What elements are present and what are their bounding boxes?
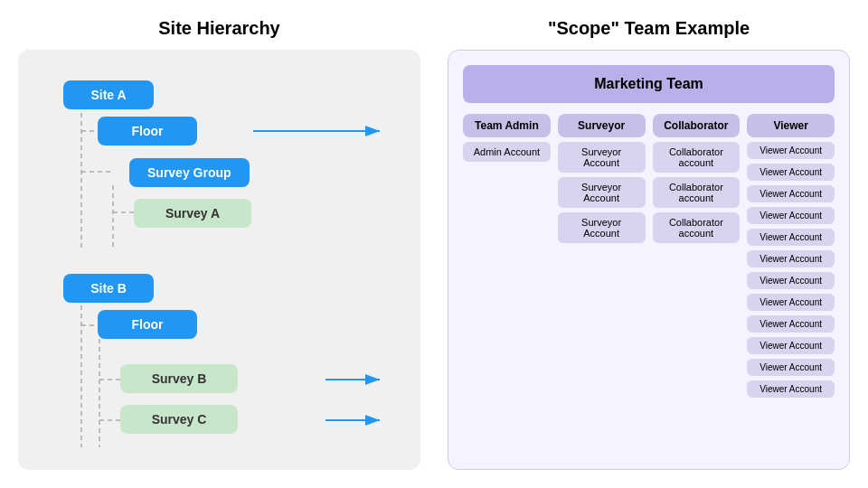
surveyor-col: Surveyor Surveyor Account Surveyor Accou… (558, 114, 646, 398)
left-panel: Site Hierarchy (18, 18, 420, 470)
viewer-account-10: Viewer Account (747, 337, 835, 354)
viewer-account-11: Viewer Account (747, 359, 835, 376)
viewer-account-4: Viewer Account (747, 207, 835, 224)
site-b-node: Site B (63, 274, 154, 303)
site-a-node: Site A (63, 80, 154, 109)
surveyor-account-3: Surveyor Account (558, 212, 646, 243)
viewer-account-3: Viewer Account (747, 185, 835, 202)
survey-c-btn[interactable]: Survey C (120, 405, 238, 434)
main-container: Site Hierarchy (18, 18, 850, 470)
roles-row: Team Admin Admin Account Surveyor Survey… (463, 114, 835, 398)
survey-b-btn[interactable]: Survey B (120, 364, 238, 393)
scope-box: Marketing Team Team Admin Admin Account … (448, 50, 850, 470)
floor-a-btn[interactable]: Floor (98, 117, 197, 145)
team-header: Marketing Team (463, 65, 835, 103)
collab-account-2: Collaborator account (653, 177, 741, 208)
surveyor-header: Surveyor (558, 114, 646, 137)
hier-container: Site A Floor Survey Group Survey A Site … (45, 68, 402, 452)
survey-group-btn[interactable]: Survey Group (129, 158, 250, 187)
viewer-account-2: Viewer Account (747, 164, 835, 181)
survey-group-node: Survey Group (129, 158, 250, 187)
site-b-btn[interactable]: Site B (63, 274, 154, 303)
viewer-account-6: Viewer Account (747, 250, 835, 267)
surveyor-account-2: Surveyor Account (558, 177, 646, 208)
left-title: Site Hierarchy (158, 18, 280, 39)
viewer-account-7: Viewer Account (747, 272, 835, 289)
viewer-account-9: Viewer Account (747, 315, 835, 333)
collaborator-col: Collaborator Collaborator account Collab… (653, 114, 741, 398)
viewer-account-5: Viewer Account (747, 229, 835, 246)
survey-c-node: Survey C (120, 405, 238, 434)
viewer-account-1: Viewer Account (747, 142, 835, 159)
collab-account-3: Collaborator account (653, 212, 741, 243)
survey-b-node: Survey B (120, 364, 238, 393)
viewer-account-8: Viewer Account (747, 294, 835, 311)
floor-b-btn[interactable]: Floor (98, 310, 197, 339)
team-admin-col: Team Admin Admin Account (463, 114, 551, 398)
team-admin-header: Team Admin (463, 114, 551, 137)
collab-account-1: Collaborator account (653, 142, 741, 173)
right-panel: "Scope" Team Example Marketing Team Team… (448, 18, 850, 470)
viewer-col: Viewer Viewer Account Viewer Account Vie… (747, 114, 835, 398)
survey-a-btn[interactable]: Survey A (134, 199, 251, 228)
viewer-header: Viewer (747, 114, 835, 137)
collaborator-header: Collaborator (653, 114, 741, 137)
right-title: "Scope" Team Example (548, 18, 750, 39)
admin-account-1: Admin Account (463, 142, 551, 162)
floor-a-node: Floor (98, 117, 197, 145)
floor-b-node: Floor (98, 310, 197, 339)
surveyor-account-1: Surveyor Account (558, 142, 646, 173)
hierarchy-box: Site A Floor Survey Group Survey A Site … (18, 50, 420, 470)
site-a-btn[interactable]: Site A (63, 80, 154, 109)
survey-a-node: Survey A (134, 199, 251, 228)
viewer-account-12: Viewer Account (747, 380, 835, 398)
